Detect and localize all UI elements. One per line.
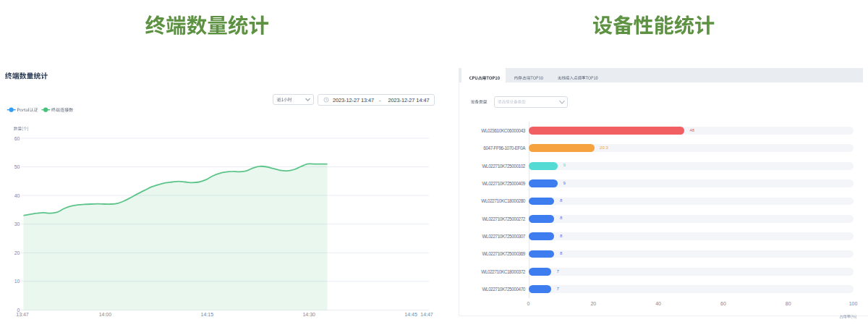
svg-text:10: 10 [14,279,20,284]
svg-text:14:47: 14:47 [420,312,433,317]
svg-text:14:15: 14:15 [201,312,214,317]
svg-text:40: 40 [14,193,20,198]
svg-text:60: 60 [14,136,20,141]
svg-text:20: 20 [14,250,20,255]
svg-text:13:47: 13:47 [16,312,29,317]
svg-text:14:45: 14:45 [404,312,417,317]
svg-text:50: 50 [14,164,20,169]
svg-text:14:00: 14:00 [99,312,112,317]
svg-text:14:30: 14:30 [302,312,315,317]
svg-text:30: 30 [14,221,20,227]
